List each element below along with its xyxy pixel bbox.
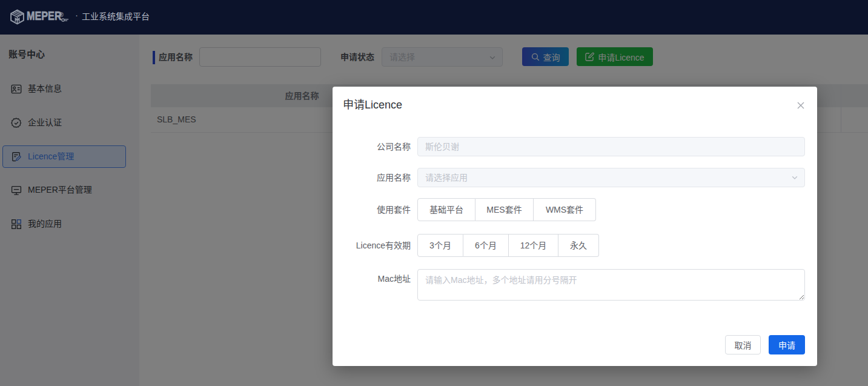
company-name-label: 公司名称 (333, 137, 411, 156)
validity-radio-group: 3个月 6个月 12个月 永久 (417, 234, 805, 257)
logo-text: MEPER (27, 8, 62, 23)
dialog-title: 申请Licence (343, 96, 402, 111)
suite-option-wms[interactable]: WMS套件 (534, 198, 596, 221)
validity-option-3m[interactable]: 3个月 (417, 234, 463, 257)
validity-label: Licence有效期 (333, 234, 411, 257)
app-name-placeholder: 请选择应用 (425, 168, 468, 187)
mac-address-textarea[interactable] (417, 269, 805, 301)
page: MEPER ® · 工业系统集成平台 账号中心 基本信息 (0, 0, 868, 386)
validity-option-12m[interactable]: 12个月 (509, 234, 558, 257)
submit-button[interactable]: 申请 (769, 335, 805, 354)
dialog-footer: 取消 申请 (333, 335, 817, 354)
suite-radio-group: 基础平台 MES套件 WMS套件 (417, 198, 805, 221)
suite-option-mes[interactable]: MES套件 (475, 198, 534, 221)
suite-label: 使用套件 (333, 198, 411, 221)
app-name-label: 应用名称 (333, 168, 411, 187)
validity-option-forever[interactable]: 永久 (558, 234, 599, 257)
mac-address-label: Mac地址 (333, 269, 411, 288)
chevron-down-icon (790, 173, 799, 182)
apply-licence-dialog: 申请Licence 公司名称 斯伦贝谢 应用名称 请选择应用 使用套件 (333, 87, 817, 366)
validity-option-6m[interactable]: 6个月 (463, 234, 509, 257)
close-icon[interactable] (795, 100, 806, 111)
platform-title: 工业系统集成平台 (82, 12, 150, 21)
cancel-button[interactable]: 取消 (725, 335, 761, 354)
company-name-value: 斯伦贝谢 (425, 138, 459, 156)
company-name-input: 斯伦贝谢 (417, 137, 805, 156)
nav-separator: · (75, 10, 78, 20)
logo-key-icon (61, 18, 69, 22)
meper-logo-icon (10, 9, 25, 25)
top-nav: MEPER ® · 工业系统集成平台 (0, 0, 868, 35)
app-name-select: 请选择应用 (417, 168, 805, 187)
suite-option-basic[interactable]: 基础平台 (417, 198, 475, 221)
